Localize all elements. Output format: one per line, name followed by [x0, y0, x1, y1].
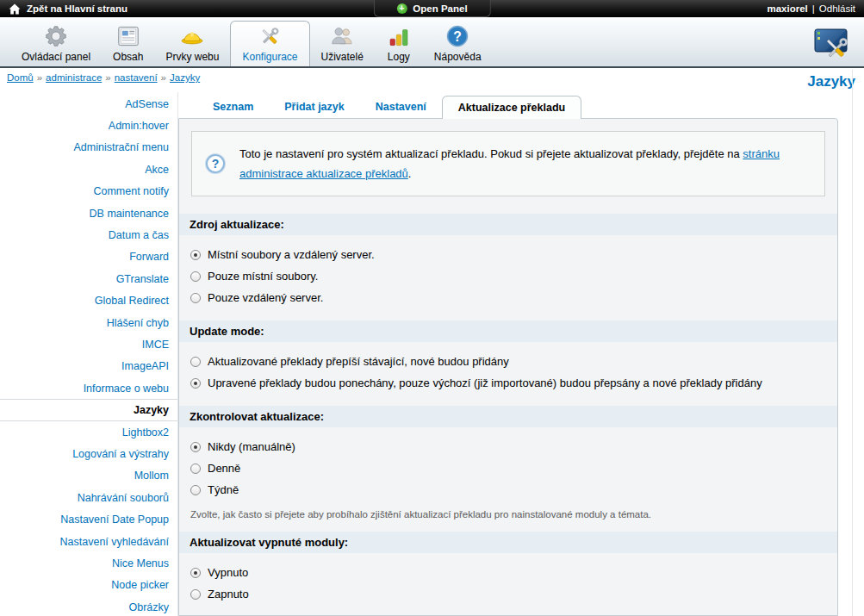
- breadcrumb-separator: »: [37, 72, 42, 83]
- radio-option[interactable]: Pouze vzdálený server.: [179, 287, 837, 308]
- toolbar-item-users[interactable]: Uživatelé: [310, 21, 375, 66]
- radio-option[interactable]: Upravené překlady budou ponechány, pouze…: [179, 372, 837, 394]
- info-text-suffix: .: [408, 167, 412, 180]
- sidebar-link[interactable]: Lightbox2: [122, 426, 169, 439]
- radio-button[interactable]: [190, 589, 201, 600]
- sidebar-link[interactable]: Admin:hover: [109, 120, 169, 132]
- tab-label[interactable]: Přidat jazyk: [284, 101, 344, 113]
- radio-option[interactable]: Denně: [179, 457, 837, 479]
- toolbar-item-help[interactable]: ? Nápověda: [423, 21, 493, 66]
- sidebar-link[interactable]: Nastavení Date Popup: [60, 513, 169, 526]
- radio-label[interactable]: Týdně: [208, 483, 239, 496]
- radio-label[interactable]: Aktualizované překlady přepíší stávající…: [208, 355, 509, 368]
- sidebar-link[interactable]: Logování a výstrahy: [72, 448, 169, 460]
- radio-label[interactable]: Vypnuto: [208, 566, 248, 579]
- breadcrumb-link-nastaveni[interactable]: nastavení: [115, 72, 158, 83]
- tab-label[interactable]: Seznam: [213, 101, 253, 113]
- tab-label[interactable]: Nastavení: [376, 101, 426, 113]
- tab-bar: Seznam Přidat jazyk Nastavení Aktualizac…: [178, 96, 838, 118]
- sidebar-link[interactable]: Mollom: [134, 470, 169, 482]
- sidebar-item-obrazky: Obrázky: [0, 596, 177, 616]
- sidebar-link[interactable]: Datum a čas: [109, 229, 169, 241]
- radio-button[interactable]: [190, 378, 201, 389]
- main-area: AdSense Admin:hover Administrační menu A…: [0, 92, 864, 616]
- breadcrumb-separator: »: [105, 72, 110, 83]
- sidebar-link[interactable]: GTranslate: [116, 273, 169, 285]
- sidebar-link[interactable]: Nastavení vyhledávání: [60, 536, 169, 548]
- radio-label[interactable]: Pouze vzdálený server.: [208, 291, 323, 304]
- radio-button[interactable]: [190, 464, 201, 474]
- info-message-box: ? Toto je nastavení pro systém aktualiza…: [191, 131, 825, 196]
- toolbar-item-configuration[interactable]: Konfigurace: [230, 21, 309, 66]
- sidebar-link[interactable]: Nahrávání souborů: [78, 492, 169, 504]
- sidebar-item-db-maintenance: DB maintenance: [0, 202, 177, 224]
- hardhat-icon: [179, 23, 205, 49]
- breadcrumb-separator: »: [161, 72, 166, 83]
- toolbar-item-content[interactable]: Obsah: [102, 21, 154, 66]
- back-to-frontpage-link[interactable]: Zpět na Hlavní stranu: [9, 3, 127, 15]
- toolbar-item-logs[interactable]: Logy: [375, 21, 423, 66]
- radio-option[interactable]: Místní soubory a vzdálený server.: [179, 244, 837, 265]
- tab-pridat-jazyk[interactable]: Přidat jazyk: [269, 96, 359, 118]
- sidebar-link[interactable]: ImageAPI: [121, 360, 169, 372]
- sidebar-link[interactable]: Hlášení chyb: [107, 317, 169, 329]
- radio-button[interactable]: [190, 568, 201, 578]
- open-panel-button[interactable]: + Open Panel: [373, 0, 490, 17]
- radio-group-zdroj-aktualizace: Místní soubory a vzdálený server. Pouze …: [179, 235, 837, 320]
- radio-option[interactable]: Vypnuto: [179, 562, 837, 583]
- tab-aktualizace-prekladu-active[interactable]: Aktualizace překladu: [442, 96, 581, 119]
- tab-content-panel: ? Toto je nastavení pro systém aktualiza…: [178, 118, 838, 616]
- bar-chart-icon: [386, 23, 412, 49]
- radio-option[interactable]: Nikdy (manuálně): [179, 436, 837, 457]
- radio-label[interactable]: Místní soubory a vzdálený server.: [208, 248, 375, 261]
- sidebar-link[interactable]: Administrační menu: [74, 141, 169, 153]
- radio-group-help-text: Zvolte, jak často si přejete aby probíha…: [179, 509, 837, 532]
- radio-label[interactable]: Zapnuto: [208, 588, 249, 600]
- home-icon: [9, 3, 21, 15]
- radio-option[interactable]: Aktualizované překlady přepíší stávající…: [179, 351, 837, 372]
- radio-option[interactable]: Týdně: [179, 479, 837, 501]
- section-title-aktualizovat-vypnute-moduly: Aktualizovat vypnuté moduly:: [179, 532, 837, 553]
- sidebar-link[interactable]: Nice Menus: [112, 557, 169, 569]
- radio-option[interactable]: Zapnuto: [179, 583, 837, 605]
- sidebar-link[interactable]: DB maintenance: [90, 208, 169, 220]
- logout-link[interactable]: Odhlásit: [819, 3, 855, 14]
- page-edge-divider: [852, 70, 853, 616]
- sidebar-item-datum-a-cas: Datum a čas: [0, 224, 177, 246]
- info-text-part: Toto je nastavení pro systém aktualizací…: [239, 147, 743, 160]
- sidebar-link[interactable]: Comment notify: [93, 185, 169, 197]
- sidebar-link[interactable]: Node picker: [111, 579, 169, 591]
- radio-button[interactable]: [190, 250, 201, 260]
- page-title: Jazyky: [807, 73, 855, 90]
- toolbar-item-site-building[interactable]: Prvky webu: [154, 21, 230, 66]
- tab-seznam[interactable]: Seznam: [197, 96, 269, 118]
- sidebar-link[interactable]: IMCE: [142, 339, 169, 351]
- sidebar-link[interactable]: Akce: [145, 164, 169, 176]
- breadcrumb-link-administrace[interactable]: administrace: [46, 72, 102, 83]
- sidebar-link[interactable]: Obrázky: [128, 601, 169, 613]
- radio-label[interactable]: Denně: [208, 462, 240, 475]
- sidebar-item-administracni-menu: Administrační menu: [0, 137, 177, 159]
- breadcrumb-link-jazyky[interactable]: Jazyky: [170, 72, 200, 83]
- content-column: Seznam Přidat jazyk Nastavení Aktualizac…: [178, 92, 838, 616]
- radio-option[interactable]: Pouze místní soubory.: [179, 265, 837, 287]
- radio-label[interactable]: Upravené překlady budou ponechány, pouze…: [208, 376, 762, 389]
- radio-button[interactable]: [190, 271, 201, 282]
- sidebar-link[interactable]: Global Redirect: [95, 295, 169, 307]
- help-icon: ?: [444, 23, 470, 49]
- sidebar-link[interactable]: AdSense: [125, 98, 169, 110]
- sidebar-link[interactable]: Forward: [129, 251, 169, 263]
- sidebar-link[interactable]: Informace o webu: [84, 383, 169, 395]
- radio-button[interactable]: [190, 485, 201, 495]
- radio-button[interactable]: [190, 357, 201, 367]
- admin-topbar: Zpět na Hlavní stranu + Open Panel maxio…: [0, 0, 864, 17]
- toolbar-item-dashboard[interactable]: Ovládací panel: [10, 21, 102, 66]
- tab-nastaveni[interactable]: Nastavení: [360, 96, 442, 118]
- radio-button[interactable]: [190, 442, 201, 452]
- radio-label[interactable]: Nikdy (manuálně): [208, 440, 295, 453]
- breadcrumb-link-home[interactable]: Domů: [7, 72, 34, 83]
- sidebar-item-jazyky-active: Jazyky: [0, 399, 177, 420]
- radio-label[interactable]: Pouze místní soubory.: [208, 270, 318, 283]
- radio-button[interactable]: [190, 293, 201, 303]
- sidebar-item-informace-o-webu: Informace o webu: [0, 377, 177, 399]
